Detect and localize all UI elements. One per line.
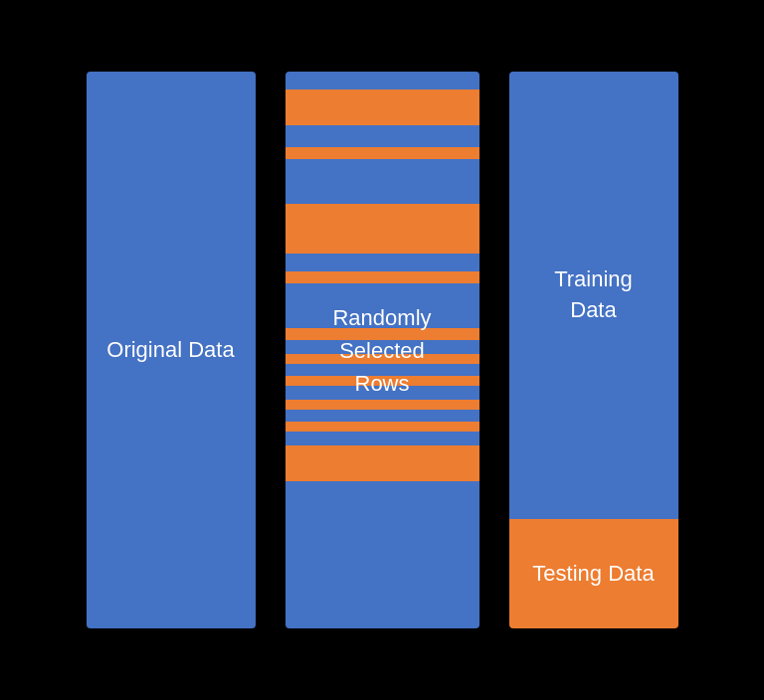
randomly-selected-column: RandomlySelectedRows <box>286 72 479 628</box>
stripe-7 <box>286 254 479 271</box>
testing-data-section: Testing Data <box>509 519 678 628</box>
original-data-column: Original Data <box>87 72 256 628</box>
stripe-15 <box>286 386 479 400</box>
stripe-8 <box>286 271 479 283</box>
training-data-label: TrainingData <box>554 264 633 326</box>
stripe-2 <box>286 89 479 125</box>
stripe-21 <box>286 481 479 628</box>
right-column: TrainingData Testing Data <box>509 72 678 628</box>
stripe-17 <box>286 410 479 422</box>
original-data-label: Original Data <box>106 335 234 366</box>
stripe-3 <box>286 125 479 147</box>
stripe-9 <box>286 283 479 328</box>
training-data-section: TrainingData <box>509 72 678 519</box>
testing-data-label: Testing Data <box>532 559 654 590</box>
stripe-11 <box>286 340 479 354</box>
stripe-13 <box>286 364 479 376</box>
stripe-14 <box>286 376 479 386</box>
stripe-10 <box>286 328 479 340</box>
stripe-16 <box>286 400 479 410</box>
diagram: Original Data Randoml <box>0 0 764 700</box>
stripe-19 <box>286 432 479 445</box>
stripe-12 <box>286 354 479 364</box>
stripe-5 <box>286 159 479 204</box>
columns-wrapper: Original Data Randoml <box>0 0 764 700</box>
stripe-18 <box>286 422 479 432</box>
stripe-1 <box>286 72 479 89</box>
stripe-4 <box>286 147 479 159</box>
stripe-20 <box>286 445 479 481</box>
stripe-6 <box>286 204 479 254</box>
